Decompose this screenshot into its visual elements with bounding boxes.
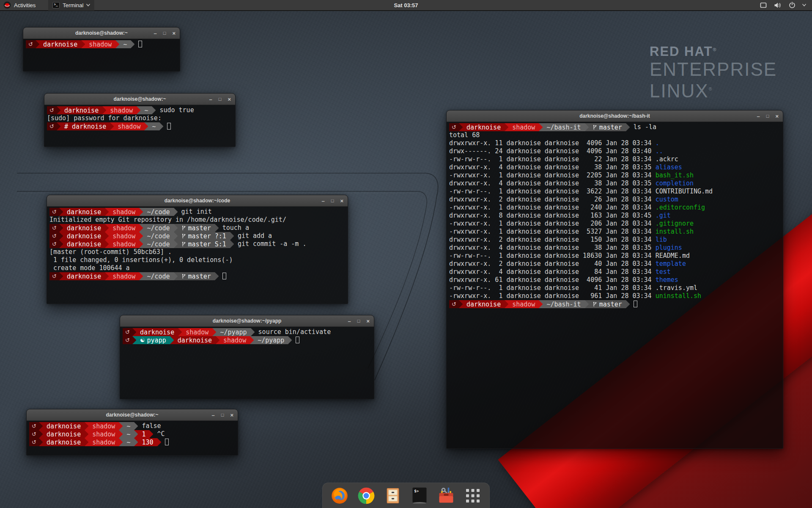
- maximize-button[interactable]: □: [331, 198, 334, 204]
- focused-app-menu[interactable]: >_ Terminal: [48, 0, 94, 11]
- powerline-separator: [119, 430, 123, 438]
- powerline-separator: [626, 123, 630, 131]
- terminal-content[interactable]: ↺darknoiseshadow~: [23, 39, 180, 48]
- close-button[interactable]: ×: [340, 198, 343, 204]
- dock-app-grid-icon[interactable]: [463, 486, 483, 505]
- output-text: Initialized empty Git repository in /hom…: [49, 216, 286, 224]
- distro-swirl-icon: ↺: [32, 423, 36, 429]
- terminal-content[interactable]: ↺darknoiseshadow~/codegit initInitialize…: [47, 207, 348, 280]
- terminal-content[interactable]: ↺darknoiseshadow~sudo true[sudo] passwor…: [44, 105, 235, 130]
- terminal-line: ↺☯pyappdarknoiseshadow~/pyapp: [123, 336, 374, 344]
- terminal-line: -rw-rw-r--. 1 darknoise darknoise 18630 …: [449, 252, 783, 260]
- prompt-segment-path: ~/code: [143, 208, 173, 216]
- minimize-button[interactable]: –: [757, 113, 760, 119]
- power-icon[interactable]: [789, 2, 796, 8]
- window-titlebar[interactable]: darknoise@shadow:~ – □ ×: [44, 94, 235, 105]
- file-name: template: [656, 260, 686, 268]
- prompt-segment-user: darknoise: [63, 208, 105, 216]
- file-name: test: [656, 268, 671, 276]
- maximize-button[interactable]: □: [766, 113, 769, 119]
- maximize-button[interactable]: □: [219, 97, 222, 102]
- prompt-segment-os: ↺: [449, 123, 459, 131]
- terminal-window-exit-codes[interactable]: darknoise@shadow:~ – □ × ↺darknoiseshado…: [26, 409, 238, 456]
- command-text: touch a: [219, 224, 249, 232]
- clock[interactable]: Sat 03:57: [0, 2, 812, 8]
- prompt-segment-path: ~/bash-it: [543, 123, 584, 131]
- dock-firefox-icon[interactable]: [330, 486, 349, 505]
- powerline-separator: [85, 430, 88, 438]
- terminal-window-bash-it[interactable]: darknoise@shadow:~/bash-it – □ × ↺darkno…: [446, 110, 783, 449]
- minimize-button[interactable]: –: [322, 198, 325, 204]
- terminal-window-home-small[interactable]: darknoise@shadow:~ – □ × ↺darknoiseshado…: [23, 27, 180, 72]
- display-icon[interactable]: [760, 2, 767, 8]
- minimize-button[interactable]: –: [348, 318, 351, 324]
- close-button[interactable]: ×: [172, 30, 176, 36]
- close-button[interactable]: ×: [775, 113, 779, 119]
- maximize-button[interactable]: □: [163, 30, 166, 36]
- powerline-separator: [59, 232, 63, 240]
- window-title: darknoise@shadow:~: [113, 96, 166, 102]
- prompt-segment-path: ~/code: [143, 224, 173, 232]
- output-text: -rwxrwxr-x. 1 darknoise darknoise 206 Ja…: [449, 220, 656, 228]
- terminal-window-sudo[interactable]: darknoise@shadow:~ – □ × ↺darknoiseshado…: [44, 93, 236, 147]
- dock-toolbox-icon[interactable]: [436, 486, 456, 505]
- terminal-line: -rw-rw-r--. 1 darknoise darknoise 22 Jan…: [449, 155, 783, 163]
- powerline-separator: [505, 123, 508, 131]
- prompt-segment-host: shadow: [182, 328, 212, 336]
- focused-app-label: Terminal: [63, 2, 83, 8]
- terminal-content[interactable]: ↺darknoiseshadow~/bash-itmasterls -latot…: [447, 122, 783, 308]
- dock-files-icon[interactable]: [383, 486, 403, 505]
- minimize-button[interactable]: –: [154, 30, 157, 36]
- prompt-segment-path: ~/code: [143, 232, 173, 240]
- dock-chrome-icon[interactable]: [357, 486, 376, 505]
- terminal-content[interactable]: ↺darknoiseshadow~/pyappsource bin/activa…: [120, 327, 374, 344]
- window-titlebar[interactable]: darknoise@shadow:~/bash-it – □ ×: [447, 110, 783, 122]
- app-menu-chevron-icon: [86, 4, 90, 6]
- terminal-line: ↺darknoiseshadow~/bash-itmasterls -la: [449, 123, 783, 131]
- powerline-separator: [134, 430, 138, 438]
- output-text: -rwxrwxr-x. 1 darknoise darknoise 5327 J…: [449, 228, 656, 236]
- activities-button[interactable]: Activities: [3, 0, 39, 10]
- output-text: drwxrwxr-x. 11 darknoise darknoise 4096 …: [449, 139, 656, 147]
- powerline-separator: [174, 224, 178, 232]
- maximize-button[interactable]: □: [221, 412, 224, 418]
- maximize-button[interactable]: □: [357, 318, 360, 324]
- window-titlebar[interactable]: darknoise@shadow:~ – □ ×: [27, 409, 238, 421]
- file-name: CONTRIBUTING.md: [656, 188, 713, 196]
- window-titlebar[interactable]: darknoise@shadow:~ – □ ×: [23, 28, 180, 39]
- distro-swirl-icon: ↺: [52, 233, 57, 239]
- powerline-separator: [105, 208, 109, 216]
- prompt-segment-path: ~: [123, 430, 134, 438]
- volume-icon[interactable]: [774, 2, 782, 8]
- prompt-segment-os: ↺: [29, 422, 39, 430]
- prompt-segment-os: ↺: [49, 240, 59, 248]
- prompt-segment-git: master: [589, 300, 626, 308]
- powerline-separator: [174, 272, 178, 280]
- terminal-content[interactable]: ↺darknoiseshadow~false↺darknoiseshadow~1…: [27, 421, 238, 446]
- terminal-window-code[interactable]: darknoise@shadow:~/code – □ × ↺darknoise…: [47, 195, 348, 304]
- terminal-cursor: [167, 123, 171, 130]
- dock-terminal-icon[interactable]: $>: [410, 486, 429, 505]
- powerline-separator: [59, 240, 63, 248]
- terminal-window-pyapp[interactable]: darknoise@shadow:~/pyapp – □ × ↺darknois…: [120, 315, 374, 399]
- window-titlebar[interactable]: darknoise@shadow:~/code – □ ×: [47, 195, 348, 207]
- prompt-segment-path: ~: [123, 438, 134, 446]
- minimize-button[interactable]: –: [212, 412, 215, 418]
- close-button[interactable]: ×: [366, 318, 370, 324]
- output-text: drwxrwxr-x. 4 darknoise darknoise 38 Jan…: [449, 244, 656, 252]
- prompt-segment-venv: ☯pyapp: [136, 336, 170, 344]
- prompt-segment-path: ~/bash-it: [543, 300, 584, 308]
- minimize-button[interactable]: –: [209, 97, 212, 102]
- prompt-segment-user: darknoise: [39, 40, 81, 48]
- window-titlebar[interactable]: darknoise@shadow:~/pyapp – □ ×: [120, 315, 374, 327]
- system-menu-chevron-icon[interactable]: [802, 4, 806, 6]
- close-button[interactable]: ×: [228, 97, 231, 102]
- terminal-line: drwxrwxr-x. 8 darknoise darknoise 163 Ja…: [449, 212, 783, 220]
- prompt-segment-user: darknoise: [63, 224, 105, 232]
- powerline-separator: [174, 208, 178, 216]
- file-name: .travis.yml: [656, 284, 697, 292]
- powerline-separator: [152, 106, 156, 114]
- prompt-segment-host: shadow: [88, 430, 119, 438]
- powerline-separator: [57, 106, 60, 114]
- close-button[interactable]: ×: [230, 412, 233, 418]
